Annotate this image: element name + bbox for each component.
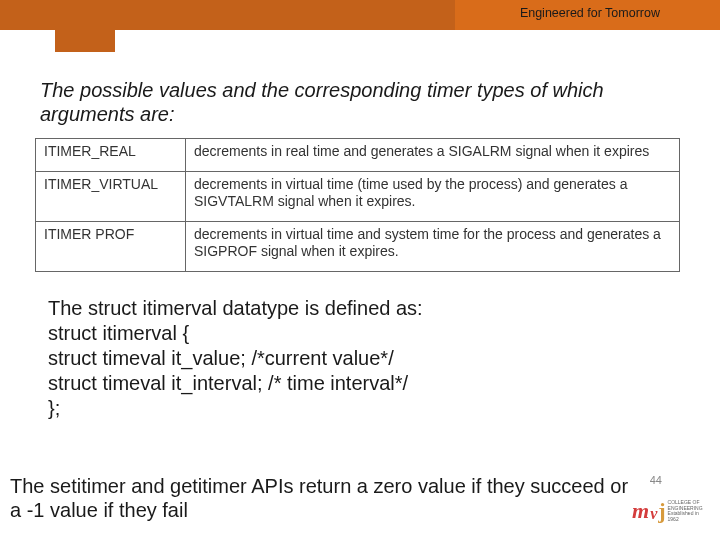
timer-desc: decrements in real time and generates a … [186,139,680,172]
slide-content: The possible values and the correspondin… [0,78,720,443]
logo-mark: m v j COLLEGE OF ENGINEERING Established… [632,500,706,522]
timer-key: ITIMER_VIRTUAL [36,171,186,221]
logo-subtext: COLLEGE OF ENGINEERING Established in 19… [668,500,706,522]
header-notch [55,30,115,52]
intro-text: The possible values and the correspondin… [40,78,710,126]
logo-letter-m: m [632,500,649,522]
struct-definition: The struct itimerval datatype is defined… [48,296,710,421]
struct-line: struct timeval it_value; /*current value… [48,346,710,371]
timer-desc: decrements in virtual time and system ti… [186,221,680,271]
header-bar: Engineered for Tomorrow [0,0,720,30]
logo-letter-v: v [650,506,657,522]
timer-desc: decrements in virtual time (time used by… [186,171,680,221]
timer-key: ITIMER_REAL [36,139,186,172]
table-row: ITIMER PROF decrements in virtual time a… [36,221,680,271]
header-accent [0,0,455,30]
logo-sub-line: Established in 1962 [668,511,706,522]
logo-letter-j: j [658,500,665,522]
struct-line: The struct itimerval datatype is defined… [48,296,710,321]
table-row: ITIMER_VIRTUAL decrements in virtual tim… [36,171,680,221]
header-tagline: Engineered for Tomorrow [520,6,660,20]
timer-key: ITIMER PROF [36,221,186,271]
struct-line: struct itimerval { [48,321,710,346]
footer-text: The setitimer and getitimer APIs return … [10,474,630,522]
college-logo: m v j COLLEGE OF ENGINEERING Established… [632,500,706,522]
struct-line: }; [48,396,710,421]
timer-table: ITIMER_REAL decrements in real time and … [35,138,680,272]
page-number: 44 [650,474,662,486]
struct-line: struct timeval it_interval; /* time inte… [48,371,710,396]
table-row: ITIMER_REAL decrements in real time and … [36,139,680,172]
